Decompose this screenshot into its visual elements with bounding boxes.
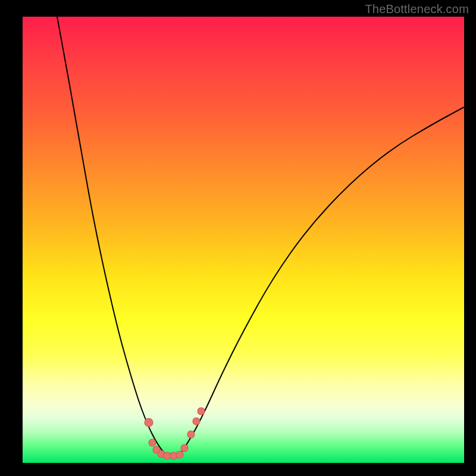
plot-area: [23, 17, 464, 463]
curve-layer: [23, 17, 464, 463]
curve-marker: [187, 431, 195, 438]
curve-marker: [193, 418, 200, 425]
curve-marker: [145, 418, 153, 427]
curve-marker: [181, 444, 188, 452]
chart-frame: TheBottleneck.com: [0, 0, 476, 476]
curve-markers: [145, 408, 205, 459]
curve-marker: [198, 408, 205, 415]
curve-marker: [149, 439, 156, 446]
watermark-text: TheBottleneck.com: [365, 2, 469, 16]
left-curve: [57, 17, 165, 454]
curve-marker: [176, 451, 183, 458]
curve-marker: [164, 452, 171, 459]
right-curve: [180, 107, 464, 454]
